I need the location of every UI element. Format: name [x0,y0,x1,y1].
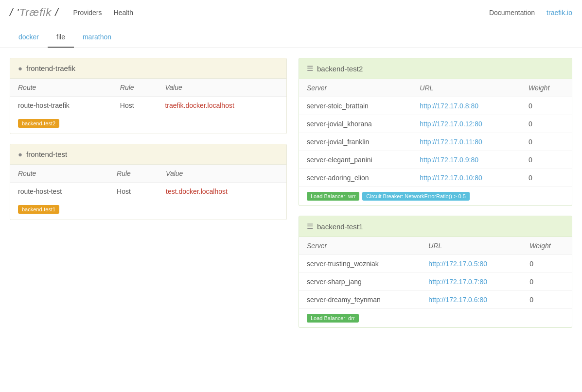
col-value-traefik: Value [157,79,286,97]
weight-cell: 0 [521,169,572,187]
navbar: / 'Træfik / Providers Health Documentati… [0,0,582,25]
frontend-header-traefik: ● frontend-traefik [10,58,286,79]
backend-footer-test1: Load Balancer: drr [299,308,572,327]
routes-table-test: Route Rule Value route-host-test Host te… [10,165,286,200]
nav-traefik-io[interactable]: traefik.io [547,9,572,17]
globe-icon-test: ● [18,150,22,158]
weight-cell: 0 [521,151,572,169]
brand-logo: / 'Træfik / [10,6,58,19]
tab-docker[interactable]: docker [10,27,48,48]
servers-table-test2: Server URL Weight server-stoic_brattain … [299,79,572,187]
backend-footer-test2: Load Balancer: wrr Circuit Breaker: Netw… [299,187,572,205]
col-rule-traefik: Rule [112,79,158,97]
value-cell: traefik.docker.localhost [157,97,286,115]
tabs-container: docker file marathon [0,27,582,48]
server-cell: server-sharp_jang [299,273,421,291]
server-cell: server-stoic_brattain [299,97,412,115]
backend-header-test1: ☰ backend-test1 [299,216,572,237]
nav-right: Documentation traefik.io [489,9,572,17]
table-row: route-host-test Host test.docker.localho… [10,183,286,201]
left-column: ● frontend-traefik Route Rule Value rout… [10,58,287,328]
nav-links: Providers Health [73,7,489,18]
url-cell: http://172.17.0.5:80 [421,255,522,273]
right-column: ☰ backend-test2 Server URL Weight server… [299,58,572,328]
table-row: server-jovial_franklin http://172.17.0.1… [299,133,572,151]
url-cell: http://172.17.0.11:80 [412,133,521,151]
table-row: server-adoring_elion http://172.17.0.10:… [299,169,572,187]
weight-cell: 0 [521,115,572,133]
frontend-title-test: frontend-test [26,150,67,158]
server-cell: server-jovial_khorana [299,115,412,133]
list-icon-test2: ☰ [307,64,313,73]
table-row: server-sharp_jang http://172.17.0.7:80 0 [299,273,572,291]
nav-documentation[interactable]: Documentation [489,9,535,17]
url-cell: http://172.17.0.12:80 [412,115,521,133]
route-cell: route-host-traefik [10,97,112,115]
weight-cell: 0 [522,255,572,273]
nav-health[interactable]: Health [114,7,133,18]
table-row: server-stoic_brattain http://172.17.0.8:… [299,97,572,115]
value-cell: test.docker.localhost [158,183,286,201]
backend-badge-test: backend-test1 [10,200,286,220]
table-row: server-elegant_panini http://172.17.0.9:… [299,151,572,169]
tab-marathon[interactable]: marathon [74,27,120,48]
server-cell: server-adoring_elion [299,169,412,187]
col-server-test2: Server [299,79,412,97]
backend-header-test2: ☰ backend-test2 [299,58,572,79]
nav-providers[interactable]: Providers [73,7,102,18]
backend-badge-traefik: backend-test2 [10,114,286,134]
table-row: server-trusting_wozniak http://172.17.0.… [299,255,572,273]
frontend-title-traefik: frontend-traefik [26,64,75,72]
frontend-card-traefik: ● frontend-traefik Route Rule Value rout… [10,58,287,134]
badge-circuit-breaker: Circuit Breaker: NetworkErrorRatio() > 0… [362,192,469,201]
backend-title-test1: backend-test1 [317,222,363,231]
url-cell: http://172.17.0.6:80 [421,291,522,309]
url-cell: http://172.17.0.10:80 [412,169,521,187]
globe-icon-traefik: ● [18,64,22,72]
servers-table-test1: Server URL Weight server-trusting_woznia… [299,237,572,308]
backend-card-test1: ☰ backend-test1 Server URL Weight server… [299,216,572,328]
frontend-card-test: ● frontend-test Route Rule Value route-h… [10,144,287,220]
rule-cell: Host [109,183,158,201]
badge-lb-drr: Load Balancer: drr [307,314,359,323]
col-url-test1: URL [421,237,522,255]
table-row: route-host-traefik Host traefik.docker.l… [10,97,286,115]
weight-cell: 0 [521,133,572,151]
route-cell: route-host-test [10,183,109,201]
weight-cell: 0 [522,291,572,309]
col-server-test1: Server [299,237,421,255]
main-content: ● frontend-traefik Route Rule Value rout… [0,48,582,338]
backend-badge-text-traefik: backend-test2 [18,119,59,128]
server-cell: server-jovial_franklin [299,133,412,151]
table-row: server-dreamy_feynman http://172.17.0.6:… [299,291,572,309]
col-weight-test2: Weight [521,79,572,97]
weight-cell: 0 [521,97,572,115]
backend-card-test2: ☰ backend-test2 Server URL Weight server… [299,58,572,206]
tab-file[interactable]: file [48,27,74,48]
rule-cell: Host [112,97,158,115]
col-route-traefik: Route [10,79,112,97]
url-cell: http://172.17.0.8:80 [412,97,521,115]
col-url-test2: URL [412,79,521,97]
server-cell: server-elegant_panini [299,151,412,169]
col-route-test: Route [10,165,109,183]
badge-lb-wrr: Load Balancer: wrr [307,192,359,201]
frontend-header-test: ● frontend-test [10,144,286,165]
col-rule-test: Rule [109,165,158,183]
routes-table-traefik: Route Rule Value route-host-traefik Host… [10,79,286,114]
backend-title-test2: backend-test2 [317,65,363,73]
col-value-test: Value [158,165,286,183]
server-cell: server-trusting_wozniak [299,255,421,273]
list-icon-test1: ☰ [307,222,313,231]
backend-badge-text-test: backend-test1 [18,205,59,214]
server-cell: server-dreamy_feynman [299,291,421,309]
url-cell: http://172.17.0.7:80 [421,273,522,291]
url-cell: http://172.17.0.9:80 [412,151,521,169]
weight-cell: 0 [522,273,572,291]
col-weight-test1: Weight [522,237,572,255]
table-row: server-jovial_khorana http://172.17.0.12… [299,115,572,133]
